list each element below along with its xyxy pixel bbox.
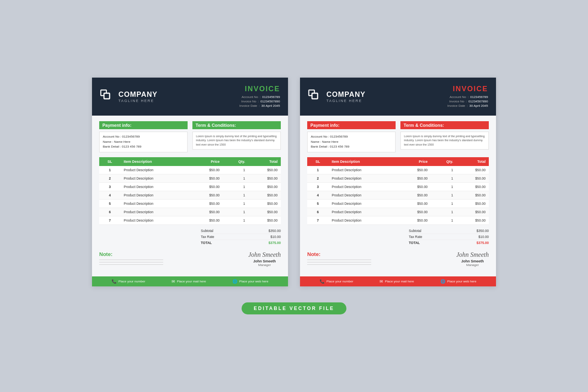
meta-invoice-value-green: 01234567890 [260,100,280,103]
cell-sl: 4 [99,191,120,200]
company-name-red: COMPANY [326,90,366,99]
payment-terms-row-green: Payment info: Account No : 0123456789 Na… [99,121,281,152]
total-row-green: TOTAL $375.00 [201,240,281,246]
payment-detail-red: Account No : 0123456789 Name : Name Here… [307,132,396,152]
web-icon-green: 🌐 [232,279,237,284]
cell-price: $50.00 [398,166,431,174]
meta-account-label-green: Account No [242,95,258,99]
contact-phone-label-red: Place your number [326,280,353,283]
svg-rect-4 [312,93,318,99]
company-name-green: COMPANY [118,90,158,99]
signature-script-red: John Smeeth [456,251,489,258]
note-line-1-green [99,260,163,260]
table-row: 2Product Description$50.001$50.00 [99,174,281,183]
cell-price: $50.00 [190,216,223,225]
meta-account-value-green: 0123456789 [262,95,280,99]
cell-desc: Product Description [328,166,398,174]
cell-price: $50.00 [190,166,223,174]
payment-info-header-red: Payment info: [307,121,396,129]
tax-label-red: Tax Rate [409,235,422,239]
table-row: 5Product Description$50.001$50.00 [307,200,489,208]
cell-price: $50.00 [190,191,223,200]
contact-web-red: 🌐 Place your web here [440,279,476,284]
payment-terms-row-red: Payment info: Account No : 0123456789 Na… [307,121,489,152]
cell-desc: Product Description [328,174,398,183]
table-row: 3Product Description$50.001$50.00 [307,183,489,191]
contact-bar-green: 📞 Place your number ✉ Place your mail he… [92,276,288,286]
invoice-title-green: INVOICE [240,85,280,93]
subtotal-row-red: Subtotal $350.00 [409,228,489,234]
company-logo-icon-red [308,89,322,104]
table-row: 6Product Description$50.001$50.00 [307,208,489,216]
terms-header-green: Term & Conditions: [192,121,281,129]
payment-account-red: Account No : 0123456789 [311,134,392,140]
cell-desc: Product Description [120,208,190,216]
note-section-red: Note: [307,251,456,265]
subtotal-label-red: Subtotal [409,229,421,233]
cell-qty: 1 [223,183,248,191]
invoice-red-header: COMPANY TAGLINE HERE INVOICE Account No … [300,78,496,116]
col-qty-red: Qty. [431,157,456,166]
cell-sl: 2 [307,174,328,183]
meta-account-value-red: 0123456789 [470,95,488,99]
svg-rect-1 [104,93,110,99]
table-row: 5Product Description$50.001$50.00 [99,200,281,208]
meta-invoice-label-green: Invoice No [241,100,256,103]
contact-email-red: ✉ Place your mail here [380,279,414,284]
cell-price: $50.00 [398,174,431,183]
total-row-red: TOTAL $375.00 [409,240,489,246]
col-desc-green: Item Description [120,157,190,166]
totals-table-green: Subtotal $350.00 Tax Rate $10.00 TOTAL $… [201,228,281,246]
cell-desc: Product Description [120,191,190,200]
cell-total: $50.00 [456,183,489,191]
cell-total: $50.00 [456,200,489,208]
cell-total: $50.00 [456,174,489,183]
terms-box-green: Term & Conditions: Lorem Ipsum is simply… [192,121,281,152]
total-value-green: $375.00 [268,241,281,245]
payment-detail-green: Account No : 0123456789 Name : Name Here… [99,132,188,152]
cell-sl: 3 [99,183,120,191]
cell-sl: 1 [307,166,328,174]
cell-qty: 1 [431,166,456,174]
cell-qty: 1 [431,200,456,208]
items-thead-red: SL Item Description Price Qty. Total [307,157,489,166]
signature-section-red: John Smeeth John Smeeth Manager [456,251,489,267]
footer-section-green: Note: John Smeeth John Smeeth Manager [99,250,281,267]
terms-content-green: Lorem Ipsum is simply dummy text of the … [192,132,281,150]
email-icon-red: ✉ [380,279,383,284]
company-logo-red: COMPANY TAGLINE HERE [308,89,366,104]
table-row: 1Product Description$50.001$50.00 [99,166,281,174]
col-total-red: Total [456,157,489,166]
meta-invoice-label-red: Invoice No [449,100,464,103]
cell-desc: Product Description [328,216,398,225]
cell-qty: 1 [223,166,248,174]
cell-qty: 1 [431,191,456,200]
col-desc-red: Item Description [328,157,398,166]
meta-date-value-green: 30 April 2045 [261,104,280,108]
subtotal-value-red: $350.00 [476,229,489,233]
company-tagline-green: TAGLINE HERE [118,99,158,103]
note-lines-green [99,260,248,265]
web-icon-red: 🌐 [440,279,445,284]
table-row: 4Product Description$50.001$50.00 [307,191,489,200]
tax-row-red: Tax Rate $10.00 [409,234,489,240]
cell-sl: 6 [99,208,120,216]
subtotal-label-green: Subtotal [201,229,213,233]
contact-phone-red: 📞 Place your number [320,279,353,284]
table-row: 4Product Description$50.001$50.00 [99,191,281,200]
meta-date-value-red: 30 April 2045 [469,104,488,108]
note-line-3-green [99,264,163,265]
cell-total: $50.00 [248,216,281,225]
payment-name-green: Name : Name Here [103,140,184,145]
signature-name-green: John Smeeth [248,259,281,263]
contact-email-label-red: Place your mail here [385,280,414,283]
cell-desc: Product Description [120,200,190,208]
cell-qty: 1 [431,183,456,191]
cell-total: $50.00 [248,183,281,191]
terms-content-red: Lorem Ipsum is simply dummy text of the … [400,132,489,150]
invoice-green-header: COMPANY TAGLINE HERE INVOICE Account No … [92,78,288,116]
cell-qty: 1 [223,216,248,225]
cell-price: $50.00 [190,200,223,208]
terms-header-red: Term & Conditions: [400,121,489,129]
cell-price: $50.00 [398,191,431,200]
